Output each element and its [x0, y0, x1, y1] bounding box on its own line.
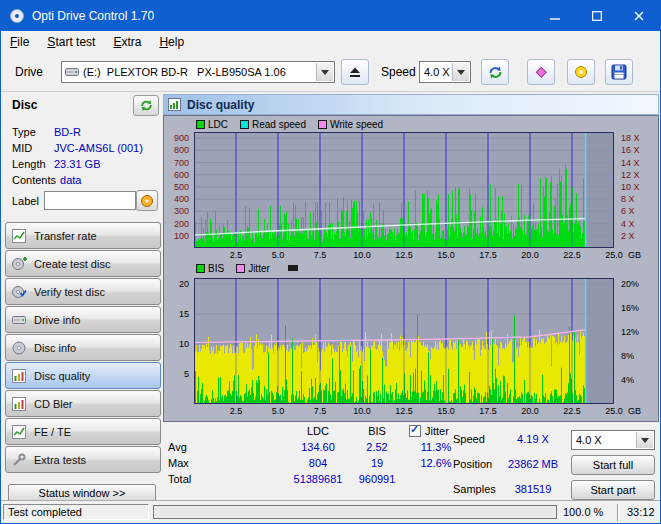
- speed-select-arrow[interactable]: [452, 63, 469, 81]
- progress-bar: [153, 505, 557, 519]
- menu-bar: FileStart testExtraHelp: [1, 31, 660, 54]
- eject-button[interactable]: [341, 59, 369, 85]
- axis-tick-label: 25.0: [605, 250, 623, 260]
- jitter-checkbox[interactable]: ✓: [409, 425, 421, 437]
- bottom-chart-legend: BISJitter: [196, 262, 298, 274]
- sidebar-item-extra-tests[interactable]: Extra tests: [5, 446, 161, 473]
- info-label: Length: [12, 158, 54, 170]
- info-value: 23.31 GB: [54, 158, 100, 170]
- label-field-label: Label: [12, 195, 39, 207]
- start-part-button[interactable]: Start part: [571, 480, 655, 500]
- axis-unit-label: GB: [628, 250, 641, 260]
- axis-tick-label: 4 X: [621, 219, 635, 229]
- info-label: MID: [12, 142, 54, 154]
- info-value: BD-R: [54, 126, 81, 138]
- chart-icon: [168, 98, 181, 111]
- axis-tick-label: 15.0: [437, 250, 455, 260]
- axis-tick-label: 22.5: [563, 406, 581, 416]
- preferences-button[interactable]: [567, 59, 595, 85]
- sidebar-item-drive-info[interactable]: Drive info: [5, 306, 161, 333]
- sidebar-item-disc-quality[interactable]: Disc quality: [5, 362, 161, 389]
- legend-write-speed: Write speed: [318, 119, 383, 130]
- erase-disc-button[interactable]: [527, 59, 555, 85]
- save-button[interactable]: [605, 59, 633, 85]
- sidebar-item-label: Transfer rate: [34, 230, 97, 242]
- bis-column-header: BIS: [346, 425, 408, 437]
- axis-tick-label: 8%: [621, 351, 634, 361]
- sidebar-item-create-test-disc[interactable]: Create test disc: [5, 250, 161, 277]
- chevron-down-icon: [641, 438, 649, 443]
- axis-tick-label: 7.5: [314, 406, 327, 416]
- menu-file[interactable]: File: [1, 32, 38, 52]
- stat-max-bis: 19: [346, 457, 408, 469]
- sidebar-item-fe-te[interactable]: FE / TE: [5, 418, 161, 445]
- position-label: Position: [453, 458, 492, 470]
- ldc-column-header: LDC: [281, 425, 355, 437]
- disc-icon: [11, 340, 27, 356]
- drive-select-arrow[interactable]: [316, 63, 333, 81]
- refresh-button[interactable]: [481, 59, 509, 85]
- window-title: Opti Drive Control 1.70: [32, 9, 154, 23]
- line-chart-icon: [11, 228, 27, 244]
- chevron-down-icon: [457, 70, 465, 75]
- ldc-y-axis: 900800700600500400300200100: [164, 132, 191, 248]
- sidebar-item-transfer-rate[interactable]: Transfer rate: [5, 222, 161, 249]
- minimize-button[interactable]: [534, 1, 576, 31]
- info-value: data: [60, 174, 81, 186]
- axis-tick-label: 5.0: [272, 250, 285, 260]
- disc-check-icon: [11, 284, 27, 300]
- burn-label-button[interactable]: [136, 190, 158, 211]
- axis-tick-label: 12.5: [395, 250, 413, 260]
- sidebar-item-disc-info[interactable]: Disc info: [5, 334, 161, 361]
- axis-tick-label: 6 X: [621, 206, 635, 216]
- disc-label-input[interactable]: [44, 191, 136, 210]
- legend-label: BIS: [208, 263, 224, 274]
- disc-group-title: Disc: [12, 98, 37, 112]
- axis-tick-label: 600: [164, 170, 189, 180]
- sidebar-item-verify-test-disc[interactable]: Verify test disc: [5, 278, 161, 305]
- axis-tick-label: 300: [164, 206, 189, 216]
- bis-jitter-chart[interactable]: [194, 278, 614, 404]
- speed-select[interactable]: 4.0 X: [419, 61, 471, 83]
- jitter-y-axis: 20%16%12%8%4%: [617, 278, 657, 404]
- legend-swatch: [196, 264, 205, 273]
- axis-tick-label: 2.5: [230, 406, 243, 416]
- test-speed-select-arrow[interactable]: [636, 432, 653, 448]
- samples-value: 381519: [501, 483, 565, 495]
- disc-info-row-mid: MIDJVC-AMS6L (001): [12, 140, 160, 156]
- sidebar-item-label: Verify test disc: [34, 286, 105, 298]
- axis-tick-label: 15.0: [437, 406, 455, 416]
- sidebar-item-label: CD Bler: [34, 398, 73, 410]
- axis-unit-label: GB: [628, 406, 641, 416]
- test-speed-select[interactable]: 4.0 X: [571, 430, 655, 450]
- menu-extra[interactable]: Extra: [104, 32, 150, 52]
- status-bar: Test completed 100.0 % 33:12: [1, 500, 660, 523]
- close-button[interactable]: [618, 1, 660, 31]
- chevron-down-icon: [321, 70, 329, 75]
- bar-chart-icon: [11, 368, 27, 384]
- legend-label: Write speed: [330, 119, 383, 130]
- menu-start-test[interactable]: Start test: [38, 32, 104, 52]
- save-icon: [611, 64, 627, 80]
- drive-label: Drive: [15, 65, 43, 79]
- axis-tick-label: 12.5: [395, 406, 413, 416]
- axis-tick-label: 12 X: [621, 170, 640, 180]
- axis-tick-label: 22.5: [563, 250, 581, 260]
- erase-disc-icon: [533, 64, 549, 80]
- menu-help[interactable]: Help: [150, 32, 193, 52]
- drive-select[interactable]: (E:) PLEXTOR BD-R PX-LB950SA 1.06: [61, 61, 335, 83]
- axis-tick-label: 2.5: [230, 250, 243, 260]
- bar-chart-icon: [11, 396, 27, 412]
- stat-avg-bis: 2.52: [346, 441, 408, 453]
- maximize-button[interactable]: [576, 1, 618, 31]
- window-controls: [534, 1, 660, 31]
- axis-tick-label: 800: [164, 145, 189, 155]
- start-full-button[interactable]: Start full: [571, 455, 655, 475]
- sidebar-item-cd-bler[interactable]: CD Bler: [5, 390, 161, 417]
- axis-tick-label: 900: [164, 133, 189, 143]
- axis-tick-label: 18 X: [621, 133, 640, 143]
- disc-refresh-button[interactable]: [133, 95, 159, 116]
- legend-read-speed: Read speed: [240, 119, 306, 130]
- axis-tick-label: 16%: [621, 303, 639, 313]
- ldc-chart[interactable]: [194, 132, 614, 248]
